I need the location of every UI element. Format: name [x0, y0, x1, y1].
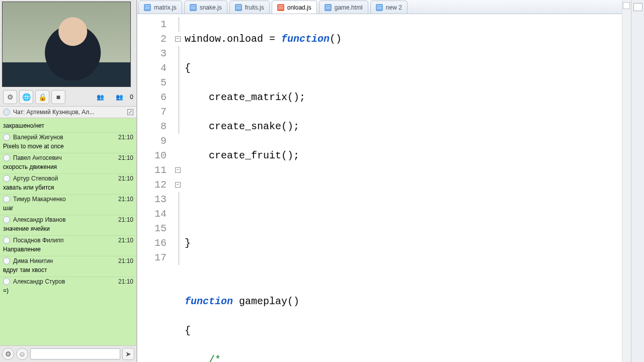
line-number: 3 [137, 46, 167, 61]
fold-toggle-icon[interactable] [175, 167, 181, 173]
chat-bubble-icon [3, 134, 10, 141]
line-number: 12 [137, 177, 167, 192]
code-editor[interactable]: 1234567891011121314151617 window.onload … [137, 14, 631, 362]
fold-guide [179, 119, 179, 134]
chat-message-time: 21:10 [118, 237, 133, 244]
fold-cell [174, 75, 182, 90]
fold-cell[interactable] [174, 32, 182, 46]
vertical-scrollbar[interactable] [622, 0, 631, 362]
line-number: 2 [137, 32, 167, 46]
line-number: 9 [137, 134, 167, 148]
gear-icon[interactable]: ⚙ [3, 90, 17, 104]
chat-bubble-icon [3, 154, 10, 161]
fold-cell [174, 207, 182, 221]
fold-guide [179, 90, 179, 105]
chat-message-time: 21:10 [118, 134, 133, 141]
chat-message-body: шаг [3, 203, 133, 212]
fold-toggle-icon[interactable] [175, 36, 181, 42]
webcam-video[interactable] [2, 2, 131, 87]
fold-cell [174, 90, 182, 105]
avatar-badge-icon [6, 5, 16, 15]
tab-label: snake.js [200, 4, 222, 11]
emoji-icon[interactable]: ☺ [16, 348, 28, 360]
file-icon [277, 4, 284, 11]
fold-cell[interactable] [174, 163, 182, 177]
line-number: 14 [137, 207, 167, 221]
chat-message-list[interactable]: закрашено/нет Валерий Жигунов21:10Pixels… [0, 118, 136, 345]
tab-label: new 2 [386, 4, 402, 11]
webcam-panel [0, 0, 136, 87]
chat-title: Чат: Артемий Кузнецов, Ал... [13, 109, 94, 116]
chat-bubble-icon [3, 278, 10, 285]
people-count: 0 [130, 94, 133, 101]
editor-tab[interactable]: new 2 [370, 1, 408, 14]
line-number: 17 [137, 250, 167, 265]
editor-tab[interactable]: onload.js [272, 1, 317, 14]
fold-column [174, 14, 182, 362]
fold-toggle-icon[interactable] [175, 182, 181, 188]
fold-cell [174, 134, 182, 148]
stop-icon[interactable]: ■ [51, 90, 65, 104]
file-icon [376, 4, 383, 11]
chat-input[interactable] [30, 348, 120, 359]
chat-message-body: вдруг там хвост [3, 264, 133, 274]
fold-cell [174, 61, 182, 75]
chat-bubble-icon [3, 196, 10, 203]
send-icon[interactable]: ➤ [122, 348, 134, 360]
fold-guide [179, 221, 179, 236]
fold-cell [174, 46, 182, 61]
chat-message-body: =) [3, 285, 133, 294]
chat-message-time: 21:10 [118, 216, 133, 223]
chat-message-author: Посаднов Филипп [13, 237, 115, 244]
tab-label: fruits.js [245, 4, 264, 11]
chat-bubble-icon [3, 216, 10, 223]
line-number-gutter: 1234567891011121314151617 [137, 14, 174, 362]
chat-message-body: значение ячейки [3, 223, 133, 232]
chat-message-author: Александр Стуров [13, 278, 115, 285]
group-add-icon[interactable]: 👥 [111, 90, 128, 104]
chat-message: Александр Стуров21:10=) [0, 277, 136, 297]
chat-message: Павел Антосевич21:10скорость движения [0, 153, 136, 173]
webcam-icon[interactable]: 🌐 [19, 90, 33, 104]
editor-tab[interactable]: fruits.js [229, 1, 270, 14]
chat-message-fragment: закрашено/нет [0, 118, 136, 132]
group-icon[interactable]: 👥 [92, 90, 109, 104]
expand-icon[interactable]: ⤢ [127, 109, 133, 115]
line-number: 5 [137, 75, 167, 90]
line-number: 1 [137, 17, 167, 32]
chat-message: Артур Степовой21:10хавать или убится [0, 173, 136, 194]
tab-label: matrix.js [154, 4, 177, 11]
chat-message-body: Направление [3, 244, 133, 253]
restore-window-icon[interactable] [633, 3, 642, 11]
line-number: 8 [137, 119, 167, 134]
gear-icon[interactable]: ⚙ [2, 348, 14, 360]
code-content[interactable]: window.onload = function() { create_matr… [182, 14, 631, 362]
fold-cell [174, 17, 182, 32]
fold-cell [174, 119, 182, 134]
mic-icon[interactable]: 🔒 [35, 90, 49, 104]
editor-tab[interactable]: matrix.js [138, 1, 182, 14]
chat-message-time: 21:10 [118, 257, 133, 264]
editor-tab[interactable]: snake.js [184, 1, 227, 14]
editor-tabs: matrix.jssnake.jsfruits.jsonload.jsgame.… [137, 0, 631, 14]
sidebar: ⚙ 🌐 🔒 ■ 👥 👥 0 Чат: Артемий Кузнецов, Ал.… [0, 0, 137, 362]
chat-message: Посаднов Филипп21:10Направление [0, 235, 136, 256]
editor-tab[interactable]: game.html [319, 1, 368, 14]
tab-label: onload.js [287, 4, 311, 11]
fold-cell [174, 236, 182, 250]
chat-message: Валерий Жигунов21:10Pixels to move at on… [0, 132, 136, 153]
fold-cell [174, 250, 182, 265]
chat-message-body: скорость движения [3, 161, 133, 170]
scrollbar-button-icon[interactable] [623, 2, 630, 9]
line-number: 13 [137, 192, 167, 207]
window-side-strip [631, 0, 644, 362]
fold-cell[interactable] [174, 177, 182, 192]
file-icon [235, 4, 242, 11]
chat-message-body: Pixels to move at once [3, 141, 133, 150]
file-icon [190, 4, 197, 11]
fold-guide [179, 75, 179, 90]
fold-guide [179, 236, 179, 250]
chat-message-author: Артур Степовой [13, 175, 115, 182]
chat-compose-bar: ⚙ ☺ ➤ [0, 345, 136, 362]
chat-header[interactable]: Чат: Артемий Кузнецов, Ал... ⤢ [0, 107, 136, 118]
